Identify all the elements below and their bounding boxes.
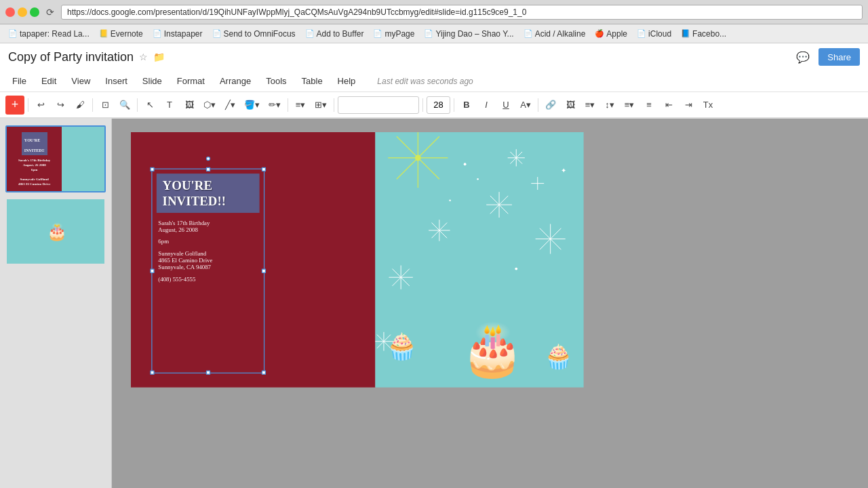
table-tool[interactable]: ⊞▾ — [311, 96, 330, 114]
handle-bot-mid[interactable] — [205, 371, 210, 375]
window-controls — [5, 7, 39, 17]
new-button[interactable]: + — [5, 96, 24, 115]
invite-textbox[interactable]: YOU'RE INVITED!! Sarah's 17th Birthday A… — [151, 169, 264, 373]
venue-info: Sunnyvale Golfland 4865 El Camino Drive … — [158, 251, 258, 271]
underline-button[interactable]: U — [497, 96, 515, 114]
toolbar-sep-7 — [454, 98, 454, 112]
star-icon[interactable]: ☆ — [139, 52, 148, 62]
right-cupcake: 🧁 — [543, 343, 572, 371]
slide-thumb-2[interactable]: 🎂 — [5, 198, 106, 265]
paint-format-button[interactable]: 🖌 — [71, 96, 89, 114]
bookmark-instapaper[interactable]: 📄 tapaper: Read La... — [4, 28, 94, 40]
ordered-list-button[interactable]: ≡▾ — [620, 96, 638, 114]
slide-thumb-1[interactable]: YOU'REINVITED!! Sarah's 17th BirthdayAug… — [5, 125, 106, 192]
menu-bar: File Edit View Insert Slide Format Arran… — [0, 70, 868, 92]
bookmark-buffer[interactable]: 📄 Add to Buffer — [301, 28, 368, 40]
bold-button[interactable]: B — [458, 96, 475, 114]
acid-icon: 📄 — [524, 29, 533, 38]
clear-format-button[interactable]: Tx — [699, 96, 717, 114]
sparkle-white-4 — [535, 224, 565, 253]
invite-heading-text: YOU'RE INVITED!! — [162, 178, 253, 208]
zoom-button[interactable]: 🔍 — [116, 96, 134, 114]
image-tool[interactable]: 🖼 — [180, 96, 198, 114]
invite-right-panel: 🎂 🧁 🧁 ✦ — [375, 132, 583, 388]
menu-edit[interactable]: Edit — [35, 73, 63, 89]
comments-button[interactable]: 💬 — [793, 48, 813, 66]
close-button[interactable] — [5, 7, 15, 17]
text-color-button[interactable]: A▾ — [517, 96, 534, 114]
handle-bot-right[interactable] — [261, 371, 265, 375]
pen-tool[interactable]: ✏▾ — [265, 96, 284, 114]
menu-file[interactable]: File — [5, 73, 33, 89]
share-button[interactable]: Share — [818, 48, 860, 66]
sparkle-white-6 — [389, 266, 412, 289]
unordered-list-button[interactable]: ≡ — [640, 96, 658, 114]
bookmark-icloud[interactable]: 📄 iCloud — [633, 28, 675, 40]
bookmark-label: myPage — [384, 29, 414, 39]
buffer-icon: 📄 — [305, 29, 315, 38]
canvas-area: 🎂 🧁 🧁 ✦ — [112, 119, 868, 488]
paragraph-tool[interactable]: ≡▾ — [292, 96, 309, 114]
indent-decrease-button[interactable]: ⇤ — [660, 96, 677, 114]
slide-thumb-inner-1: YOU'REINVITED!! Sarah's 17th BirthdayAug… — [7, 127, 106, 191]
handle-top-mid[interactable] — [205, 167, 210, 171]
menu-table[interactable]: Table — [295, 73, 330, 89]
menu-arrange[interactable]: Arrange — [213, 73, 258, 89]
fill-tool[interactable]: 🪣▾ — [241, 96, 263, 114]
undo-button[interactable]: ↩ — [32, 96, 50, 114]
dot-1 — [464, 163, 467, 165]
svg-point-4 — [415, 155, 420, 161]
menu-help[interactable]: Help — [331, 73, 363, 89]
select-tool[interactable]: ↖ — [141, 96, 159, 114]
toolbar: + ↩ ↪ 🖌 ⊡ 🔍 ↖ T 🖼 ⬡▾ ╱▾ 🪣▾ ✏▾ ≡▾ ⊞▾ 28 B… — [0, 92, 868, 118]
indent-increase-button[interactable]: ⇥ — [679, 96, 697, 114]
sparkle-white-2 — [531, 177, 544, 190]
menu-view[interactable]: View — [64, 73, 97, 89]
icloud-icon: 📄 — [637, 29, 646, 38]
sparkle-yellow-large — [388, 132, 448, 188]
address-bar[interactable] — [61, 5, 863, 20]
line-spacing-button[interactable]: ↕▾ — [601, 96, 618, 114]
menu-format[interactable]: Format — [170, 73, 212, 89]
italic-button[interactable]: I — [477, 96, 495, 114]
bookmark-mypage[interactable]: 📄 myPage — [369, 28, 418, 40]
toolbar-sep-6 — [422, 98, 423, 112]
zoom-fit-button[interactable]: ⊡ — [96, 96, 114, 114]
minimize-button[interactable] — [18, 7, 27, 17]
thumb-cake-icon: 🎂 — [47, 222, 67, 241]
handle-bot-left[interactable] — [150, 371, 154, 375]
menu-insert[interactable]: Insert — [98, 73, 134, 89]
reload-button[interactable]: ⟳ — [43, 5, 57, 19]
font-name-input[interactable] — [338, 96, 419, 114]
font-size-input[interactable]: 28 — [427, 96, 450, 114]
menu-tools[interactable]: Tools — [259, 73, 293, 89]
redo-button[interactable]: ↪ — [52, 96, 69, 114]
rotation-handle[interactable] — [205, 157, 210, 161]
handle-top-left[interactable] — [150, 167, 154, 171]
bookmark-label: Facebo... — [692, 29, 726, 39]
link-button[interactable]: 🔗 — [542, 96, 559, 114]
event-name-text: Sarah's 17th Birthday — [158, 220, 210, 226]
bookmark-yijing[interactable]: 📄 Yijing Dao – Shao Y... — [420, 28, 517, 40]
menu-slide[interactable]: Slide — [136, 73, 169, 89]
edit-status: Last edit was seconds ago — [377, 77, 473, 86]
bookmark-apple[interactable]: 🍎 Apple — [591, 28, 631, 40]
bookmark-instapaper2[interactable]: 📄 Instapaper — [149, 28, 207, 40]
line-tool[interactable]: ╱▾ — [221, 96, 239, 114]
image-button[interactable]: 🖼 — [561, 96, 579, 114]
phone-info: (408) 555-4555 — [158, 276, 258, 283]
bookmark-facebook[interactable]: 📘 Facebo... — [677, 28, 730, 40]
handle-mid-left[interactable] — [150, 269, 154, 273]
align-button[interactable]: ≡▾ — [581, 96, 599, 114]
handle-mid-right[interactable] — [261, 269, 265, 273]
handle-top-right[interactable] — [261, 167, 265, 171]
bookmark-omnifocus[interactable]: 📄 Send to OmniFocus — [208, 28, 300, 40]
shape-tool[interactable]: ⬡▾ — [200, 96, 219, 114]
bookmark-evernote[interactable]: 📒 Evernote — [95, 28, 147, 40]
folder-icon[interactable]: 📁 — [153, 52, 165, 62]
maximize-button[interactable] — [30, 7, 39, 17]
bookmark-acid[interactable]: 📄 Acid / Alkaline — [519, 28, 590, 40]
text-tool[interactable]: T — [161, 96, 178, 114]
heading-line2: INVITED!! — [162, 194, 225, 208]
thumb-heading: YOU'REINVITED!! — [24, 138, 45, 152]
